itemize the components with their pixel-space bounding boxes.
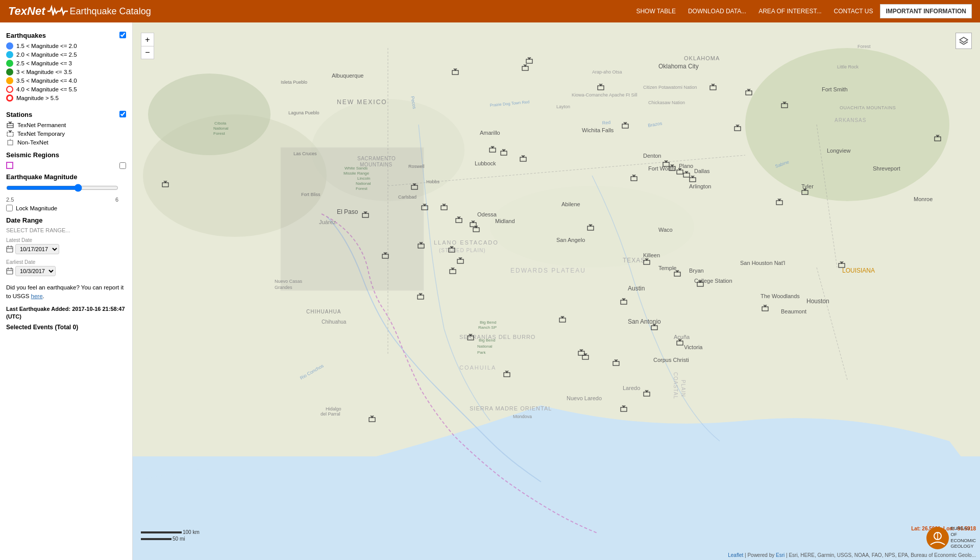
station-item-temporary: TexNet Temporary: [6, 130, 126, 137]
svg-text:OUACHITA MOUNTAINS: OUACHITA MOUNTAINS: [840, 105, 896, 110]
svg-text:Tyler: Tyler: [801, 183, 814, 189]
esri-link[interactable]: Esri: [776, 552, 785, 558]
svg-text:del Parral: del Parral: [321, 411, 340, 417]
svg-text:Albuquerque: Albuquerque: [332, 72, 363, 79]
legend-dot-3: [6, 60, 13, 67]
legend-item-2: 2.0 < Magnitude <= 2.5: [6, 51, 126, 58]
legend-dot-5: [6, 77, 13, 84]
stations-title: Stations: [6, 111, 32, 118]
earthquakes-section-header: Earthquakes: [6, 28, 126, 42]
bureau-line3: ECONOMIC: [951, 538, 976, 544]
svg-text:Amarillo: Amarillo: [480, 130, 500, 136]
scale-50mi-label: 50 mi: [173, 536, 185, 542]
zoom-out-button[interactable]: −: [141, 46, 154, 59]
svg-text:Plano: Plano: [679, 163, 693, 169]
date-select-button[interactable]: SELECT DATE RANGE...: [6, 227, 70, 233]
legend-item-4: 3 < Magnitude <= 3.5: [6, 68, 126, 76]
svg-text:Missile Range: Missile Range: [344, 171, 370, 176]
svg-text:Killeen: Killeen: [643, 252, 660, 258]
legend-label-5: 3.5 < Magnitude <= 4.0: [16, 78, 77, 84]
earliest-date-label: Earliest Date: [6, 259, 126, 265]
earliest-date-input-row: 10/3/2017: [6, 266, 126, 276]
svg-rect-5: [8, 140, 13, 145]
svg-text:Red: Red: [602, 120, 610, 126]
lock-magnitude-checkbox[interactable]: [6, 205, 13, 211]
latest-date-select[interactable]: 10/17/2017: [15, 244, 59, 254]
svg-text:Citizen Potawatomi Nation: Citizen Potawatomi Nation: [643, 85, 697, 90]
svg-marker-226: [960, 37, 968, 42]
svg-text:(STAKED PLAIN): (STAKED PLAIN): [439, 248, 486, 253]
zoom-in-button[interactable]: +: [141, 33, 154, 46]
svg-text:Juárez: Juárez: [319, 219, 336, 225]
svg-text:OKLAHOMA: OKLAHOMA: [684, 55, 720, 61]
scale-bar-lines: 100 km 50 mi: [141, 529, 200, 542]
scale-100km-label: 100 km: [183, 529, 200, 535]
svg-text:Kiowa-Comanche Apache Ft Sill: Kiowa-Comanche Apache Ft Sill: [572, 92, 638, 98]
svg-text:SACRAMENTO: SACRAMENTO: [357, 156, 396, 161]
selected-events: Selected Events (Total 0): [6, 324, 126, 331]
earliest-date-select[interactable]: 10/3/2017: [15, 266, 56, 276]
svg-text:Nuevo Laredo: Nuevo Laredo: [567, 395, 602, 401]
svg-text:EDWARDS PLATEAU: EDWARDS PLATEAU: [510, 267, 586, 274]
svg-text:Big Bend: Big Bend: [479, 338, 495, 343]
usgs-link[interactable]: here: [31, 293, 43, 299]
scale-100km: 100 km: [141, 529, 200, 535]
svg-text:PLAIN: PLAIN: [680, 380, 686, 397]
svg-text:Arap-aho Otsa: Arap-aho Otsa: [592, 69, 622, 75]
logo-texnet: TexNet: [8, 5, 45, 18]
attribution-rest: | Esri, HERE, Garmin, USGS, NOAA, FAO, N…: [786, 552, 976, 558]
show-table-button[interactable]: SHOW TABLE: [631, 5, 681, 18]
svg-text:Cíbola: Cíbola: [214, 121, 227, 126]
svg-text:Isleta Pueblo: Isleta Pueblo: [281, 80, 307, 85]
svg-text:Acuña: Acuña: [674, 334, 690, 340]
earthquakes-toggle[interactable]: [119, 32, 126, 38]
svg-text:COAHUILA: COAHUILA: [459, 364, 496, 371]
svg-text:Laguna Pueblo: Laguna Pueblo: [288, 110, 320, 115]
svg-text:Chihuahua: Chihuahua: [322, 319, 347, 325]
download-data-button[interactable]: DOWNLOAD DATA...: [683, 5, 751, 18]
map-container[interactable]: Albuquerque Amarillo Oklahoma City Fort …: [133, 22, 980, 560]
important-information-button[interactable]: IMPORTANT INFORMATION: [880, 4, 972, 18]
layers-button[interactable]: [955, 33, 972, 49]
svg-text:Laredo: Laredo: [623, 385, 640, 391]
magnitude-min-label: 2.5: [6, 197, 14, 203]
svg-text:Beaumont: Beaumont: [781, 308, 806, 314]
svg-text:Wichita Falls: Wichita Falls: [582, 127, 614, 133]
svg-text:Las Cruces: Las Cruces: [293, 151, 317, 156]
station-nontexnet-label: Non-TexNet: [17, 139, 48, 145]
lock-magnitude-label: Lock Magnitude: [16, 205, 57, 211]
svg-text:Carlsbad: Carlsbad: [398, 194, 416, 200]
station-item-nontexnet: Non-TexNet: [6, 139, 126, 146]
scale-50mi-bar: [141, 538, 172, 540]
magnitude-max-label: 6: [115, 197, 118, 203]
map-background: Albuquerque Amarillo Oklahoma City Fort …: [133, 22, 980, 560]
legend-item-7: Magnitude > 5.5: [6, 94, 126, 102]
area-of-interest-button[interactable]: AREA OF INTEREST...: [753, 5, 826, 18]
legend-label-2: 2.0 < Magnitude <= 2.5: [16, 52, 77, 58]
last-earthquake-added: Last Earthquake Added: 2017-10-16 21:58:…: [6, 305, 126, 321]
usgs-note-period: .: [43, 293, 44, 299]
leaflet-link[interactable]: Leaflet: [728, 552, 743, 558]
latest-date-label: Latest Date: [6, 237, 126, 243]
svg-text:LOUISIANA: LOUISIANA: [842, 267, 875, 274]
station-temporary-label: TexNet Temporary: [17, 131, 65, 137]
svg-text:National: National: [477, 344, 493, 349]
svg-text:Waco: Waco: [658, 227, 673, 233]
magnitude-title: Earthquake Magnitude: [6, 173, 126, 181]
legend-dot-2: [6, 51, 13, 58]
earliest-date-field: Earliest Date 10/3/2017: [6, 259, 126, 276]
scale-100km-bar: [141, 531, 182, 533]
svg-text:Bryan: Bryan: [689, 267, 704, 274]
legend-item-5: 3.5 < Magnitude <= 4.0: [6, 77, 126, 84]
svg-text:Longview: Longview: [827, 148, 851, 154]
stations-toggle[interactable]: [119, 111, 126, 117]
contact-us-button[interactable]: CONTACT US: [829, 5, 878, 18]
earthquakes-title: Earthquakes: [6, 32, 46, 39]
bureau-circle-icon: [926, 527, 949, 549]
magnitude-section: Earthquake Magnitude 2.5 6 Lock Magnitud…: [6, 173, 126, 211]
svg-text:Grandes: Grandes: [275, 285, 292, 290]
magnitude-slider[interactable]: [6, 184, 118, 192]
legend-dot-1: [6, 42, 13, 50]
svg-text:Mondova: Mondova: [513, 414, 532, 419]
seismic-region-checkbox[interactable]: [119, 162, 126, 169]
